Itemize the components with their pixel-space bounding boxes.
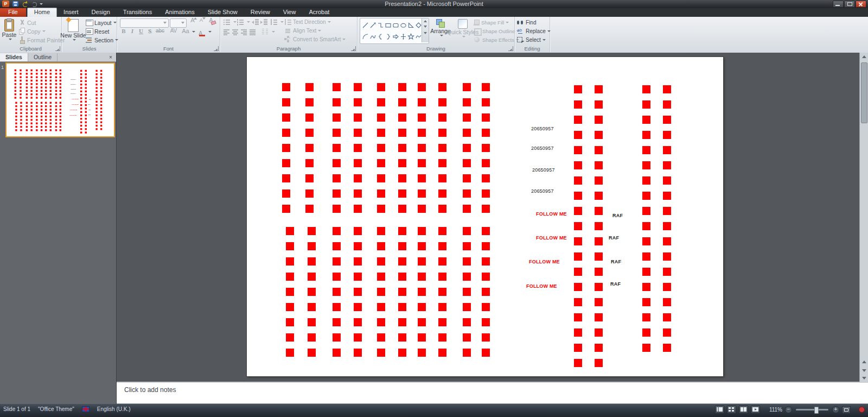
red-square-shape[interactable] xyxy=(36,86,37,88)
red-square-shape[interactable] xyxy=(438,83,446,91)
red-square-shape[interactable] xyxy=(45,83,47,85)
red-square-shape[interactable] xyxy=(438,288,446,296)
red-square-shape[interactable] xyxy=(20,122,22,124)
red-square-shape[interactable] xyxy=(308,333,316,342)
red-square-shape[interactable] xyxy=(286,227,294,235)
red-square-shape[interactable] xyxy=(80,104,82,106)
red-square-shape[interactable] xyxy=(438,273,446,281)
red-square-shape[interactable] xyxy=(80,118,82,119)
red-square-shape[interactable] xyxy=(45,129,47,131)
character-spacing-button[interactable]: AV xyxy=(169,28,178,36)
red-square-shape[interactable] xyxy=(398,227,406,235)
red-square-shape[interactable] xyxy=(333,129,341,137)
red-square-shape[interactable] xyxy=(418,349,426,357)
red-square-shape[interactable] xyxy=(377,159,385,167)
red-square-shape[interactable] xyxy=(663,100,671,109)
red-square-shape[interactable] xyxy=(642,131,650,139)
red-square-shape[interactable] xyxy=(574,237,582,245)
find-button[interactable]: Find xyxy=(517,18,536,27)
red-square-shape[interactable] xyxy=(286,303,294,311)
red-square-shape[interactable] xyxy=(574,283,582,291)
red-square-shape[interactable] xyxy=(663,283,671,291)
red-square-shape[interactable] xyxy=(80,84,82,85)
red-square-shape[interactable] xyxy=(15,80,16,81)
red-square-shape[interactable] xyxy=(595,146,603,154)
red-square-shape[interactable] xyxy=(50,70,52,71)
red-square-shape[interactable] xyxy=(642,161,650,169)
red-square-shape[interactable] xyxy=(398,318,406,326)
red-square-shape[interactable] xyxy=(574,161,582,169)
zoom-slider[interactable] xyxy=(796,409,828,410)
red-square-shape[interactable] xyxy=(663,298,671,306)
red-square-shape[interactable] xyxy=(418,83,426,91)
red-square-shape[interactable] xyxy=(85,77,87,78)
red-square-shape[interactable] xyxy=(482,227,490,235)
red-square-shape[interactable] xyxy=(41,73,42,74)
red-square-shape[interactable] xyxy=(333,83,341,91)
red-square-shape[interactable] xyxy=(482,349,490,357)
shrink-font-button[interactable]: A xyxy=(197,17,205,25)
red-square-shape[interactable] xyxy=(354,174,362,182)
red-square-shape[interactable] xyxy=(398,144,406,152)
red-square-shape[interactable] xyxy=(95,115,97,116)
red-square-shape[interactable] xyxy=(595,85,603,93)
red-square-shape[interactable] xyxy=(45,90,47,92)
fit-to-window-button[interactable] xyxy=(842,406,851,414)
red-square-shape[interactable] xyxy=(50,105,52,107)
red-square-shape[interactable] xyxy=(60,76,61,78)
align-text-button[interactable]: Align Text xyxy=(284,27,321,35)
red-square-shape[interactable] xyxy=(663,222,671,230)
red-square-shape[interactable] xyxy=(418,303,426,311)
justify-button[interactable] xyxy=(249,28,258,36)
red-square-shape[interactable] xyxy=(26,112,28,114)
red-square-shape[interactable] xyxy=(95,70,97,72)
shape-arc-icon[interactable] xyxy=(361,31,369,41)
red-square-shape[interactable] xyxy=(36,73,37,74)
red-square-shape[interactable] xyxy=(354,303,362,311)
red-square-shape[interactable] xyxy=(642,237,650,245)
shape-scribble-icon[interactable] xyxy=(414,31,422,41)
tab-insert[interactable]: Insert xyxy=(57,8,85,17)
red-square-shape[interactable] xyxy=(26,129,28,131)
red-square-shape[interactable] xyxy=(20,70,21,71)
red-square-shape[interactable] xyxy=(45,116,47,117)
red-square-shape[interactable] xyxy=(574,268,582,276)
red-square-shape[interactable] xyxy=(100,94,102,96)
red-square-shape[interactable] xyxy=(463,349,471,357)
slide-canvas[interactable]: 20650957206509572065095720650957FOLLOW M… xyxy=(247,57,723,376)
red-square-shape[interactable] xyxy=(100,84,102,85)
red-square-shape[interactable] xyxy=(36,119,37,121)
red-square-shape[interactable] xyxy=(377,349,385,357)
red-square-shape[interactable] xyxy=(574,116,582,124)
red-square-shape[interactable] xyxy=(595,298,603,306)
replace-button[interactable]: Replace xyxy=(517,27,551,35)
red-square-shape[interactable] xyxy=(55,76,57,78)
red-square-shape[interactable] xyxy=(36,129,37,131)
red-square-shape[interactable] xyxy=(45,112,47,114)
shape-outline-button[interactable]: Shape Outline xyxy=(474,27,520,35)
red-square-shape[interactable] xyxy=(41,90,42,92)
red-square-shape[interactable] xyxy=(595,283,603,291)
red-square-shape[interactable] xyxy=(574,192,582,200)
red-square-shape[interactable] xyxy=(438,98,446,106)
red-square-shape[interactable] xyxy=(26,83,28,85)
red-square-shape[interactable] xyxy=(663,344,671,352)
next-slide-button[interactable] xyxy=(860,367,868,374)
red-square-shape[interactable] xyxy=(100,108,102,109)
red-square-shape[interactable] xyxy=(80,108,82,109)
red-square-shape[interactable] xyxy=(100,101,102,103)
red-square-shape[interactable] xyxy=(574,252,582,261)
red-square-shape[interactable] xyxy=(85,101,87,103)
red-square-shape[interactable] xyxy=(354,98,362,106)
red-square-shape[interactable] xyxy=(418,257,426,266)
red-square-shape[interactable] xyxy=(45,105,47,107)
red-square-shape[interactable] xyxy=(463,227,471,235)
red-square-shape[interactable] xyxy=(30,86,32,88)
red-square-shape[interactable] xyxy=(642,328,650,337)
red-square-shape[interactable] xyxy=(642,207,650,215)
red-square-shape[interactable] xyxy=(85,73,87,75)
red-square-shape[interactable] xyxy=(354,189,362,198)
red-square-shape[interactable] xyxy=(26,119,28,121)
tab-review[interactable]: Review xyxy=(244,8,277,17)
slide-text[interactable]: FOLLOW ME xyxy=(536,235,567,241)
